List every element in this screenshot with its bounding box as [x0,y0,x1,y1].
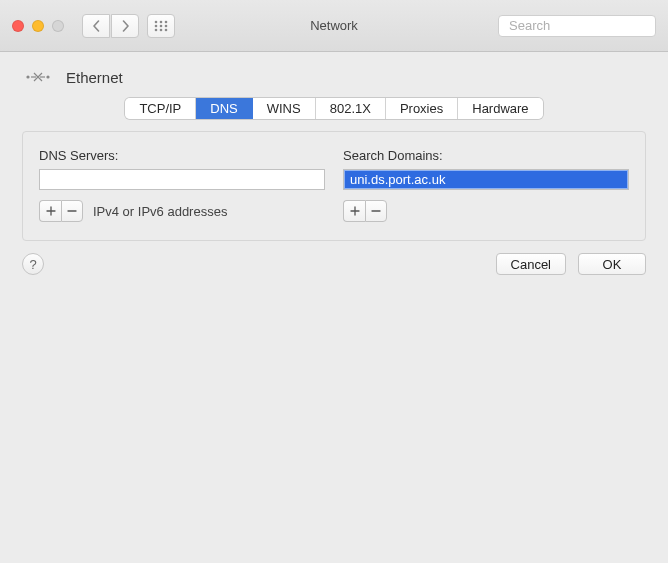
tab-dns[interactable]: DNS [196,98,252,119]
tab-tcpip[interactable]: TCP/IP [125,98,196,119]
nav-buttons [82,14,139,38]
footer-buttons: Cancel OK [496,253,646,275]
plus-icon [46,206,56,216]
dns-servers-pm-group [39,200,83,222]
minus-icon [371,206,381,216]
dns-servers-hint: IPv4 or IPv6 addresses [93,204,227,219]
back-button[interactable] [82,14,110,38]
search-domains-label: Search Domains: [343,148,629,163]
chevron-right-icon [121,20,130,32]
help-button[interactable]: ? [22,253,44,275]
interface-name: Ethernet [66,69,123,86]
grid-icon [154,20,168,32]
list-item[interactable]: uni.ds.port.ac.uk [344,170,628,189]
interface-header: Ethernet [0,52,668,98]
window-title: Network [310,18,358,33]
search-field[interactable] [498,15,656,37]
cancel-button[interactable]: Cancel [496,253,566,275]
search-input[interactable] [509,18,668,33]
svg-point-11 [26,75,29,78]
add-dns-server-button[interactable] [39,200,61,222]
add-search-domain-button[interactable] [343,200,365,222]
tab-8021x[interactable]: 802.1X [316,98,386,119]
chevron-left-icon [92,20,101,32]
svg-point-0 [155,20,158,23]
svg-point-3 [155,24,158,27]
ethernet-icon [22,66,54,88]
dns-servers-controls: IPv4 or IPv6 addresses [39,200,325,222]
titlebar: Network [0,0,668,52]
svg-point-2 [165,20,168,23]
tab-wins[interactable]: WINS [253,98,316,119]
search-domains-column: Search Domains: uni.ds.port.ac.uk [343,148,629,222]
zoom-window-button [52,20,64,32]
search-domains-controls [343,200,629,222]
minimize-window-button[interactable] [32,20,44,32]
tab-hardware[interactable]: Hardware [458,98,542,119]
search-domains-pm-group [343,200,387,222]
tabs-row: TCP/IP DNS WINS 802.1X Proxies Hardware [0,98,668,119]
ok-button[interactable]: OK [578,253,646,275]
close-window-button[interactable] [12,20,24,32]
tab-bar: TCP/IP DNS WINS 802.1X Proxies Hardware [125,98,542,119]
search-domains-list[interactable]: uni.ds.port.ac.uk [343,169,629,190]
show-all-button[interactable] [147,14,175,38]
dns-servers-column: DNS Servers: IPv4 or IPv6 addresses [39,148,325,222]
dns-panel: DNS Servers: IPv4 or IPv6 addresses Sear… [22,131,646,241]
svg-point-7 [160,28,163,31]
dns-servers-list[interactable] [39,169,325,190]
remove-search-domain-button[interactable] [365,200,387,222]
svg-point-8 [165,28,168,31]
minus-icon [67,206,77,216]
plus-icon [350,206,360,216]
svg-point-1 [160,20,163,23]
svg-point-5 [165,24,168,27]
forward-button[interactable] [111,14,139,38]
remove-dns-server-button[interactable] [61,200,83,222]
footer: ? Cancel OK [0,249,668,289]
tab-proxies[interactable]: Proxies [386,98,458,119]
svg-point-6 [155,28,158,31]
traffic-lights [12,20,64,32]
svg-point-4 [160,24,163,27]
svg-point-12 [46,75,49,78]
dns-servers-label: DNS Servers: [39,148,325,163]
